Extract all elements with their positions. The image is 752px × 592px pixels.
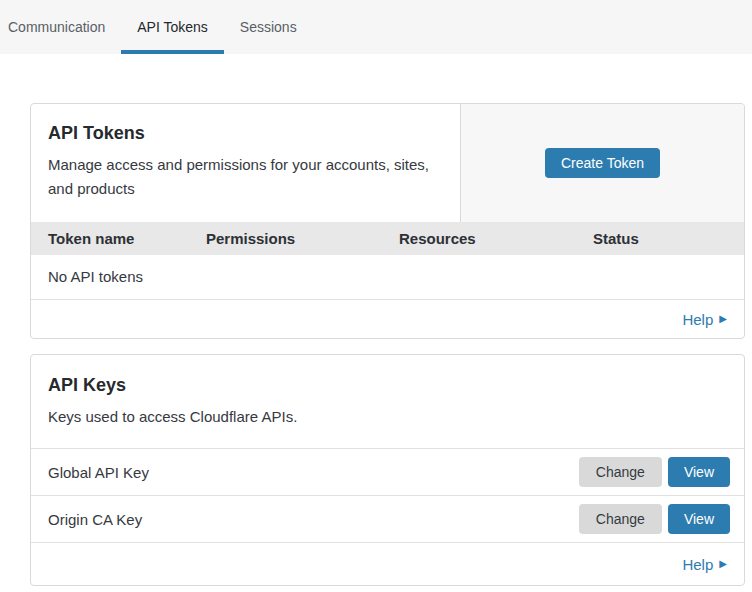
tokens-help-row: Help ▶ <box>31 299 744 338</box>
tab-api-tokens-label: API Tokens <box>137 19 208 35</box>
tab-sessions-label: Sessions <box>240 19 297 35</box>
tokens-table-header: Token name Permissions Resources Status <box>31 222 744 255</box>
tab-communication[interactable]: Communication <box>0 0 121 54</box>
create-token-button[interactable]: Create Token <box>545 148 660 178</box>
column-permissions: Permissions <box>206 230 399 247</box>
tab-sessions[interactable]: Sessions <box>224 0 313 54</box>
tab-bar: Communication API Tokens Sessions <box>0 0 752 54</box>
tokens-help-label: Help <box>682 311 713 328</box>
column-token-name: Token name <box>31 230 206 247</box>
api-tokens-description: Manage access and permissions for your a… <box>48 153 443 201</box>
api-keys-title: API Keys <box>48 375 727 396</box>
view-global-api-key-button[interactable]: View <box>668 457 730 487</box>
column-status: Status <box>593 230 744 247</box>
api-keys-description: Keys used to access Cloudflare APIs. <box>48 405 727 429</box>
keys-help-label: Help <box>682 556 713 573</box>
api-keys-card-header: API Keys Keys used to access Cloudflare … <box>31 355 744 448</box>
keys-help-row: Help ▶ <box>31 542 744 585</box>
tokens-empty-message: No API tokens <box>31 255 744 299</box>
change-global-api-key-button[interactable]: Change <box>579 457 662 487</box>
api-tokens-card-header: API Tokens Manage access and permissions… <box>31 104 744 222</box>
column-resources: Resources <box>399 230 593 247</box>
key-name-origin-ca: Origin CA Key <box>48 511 579 528</box>
api-keys-card: API Keys Keys used to access Cloudflare … <box>30 354 745 586</box>
keys-help-link[interactable]: Help ▶ <box>682 556 727 573</box>
tab-communication-label: Communication <box>8 19 105 35</box>
api-tokens-card-header-actions: Create Token <box>461 104 744 222</box>
key-name-global: Global API Key <box>48 464 579 481</box>
tokens-help-arrow-icon: ▶ <box>719 314 727 324</box>
api-tokens-title: API Tokens <box>48 123 443 144</box>
page-content: API Tokens Manage access and permissions… <box>0 54 752 586</box>
keys-help-arrow-icon: ▶ <box>719 559 727 569</box>
view-origin-ca-key-button[interactable]: View <box>668 504 730 534</box>
tokens-help-link[interactable]: Help ▶ <box>682 311 727 328</box>
key-row-global-api-key: Global API Key Change View <box>31 448 744 495</box>
key-row-origin-ca-key: Origin CA Key Change View <box>31 495 744 542</box>
change-origin-ca-key-button[interactable]: Change <box>579 504 662 534</box>
api-tokens-card: API Tokens Manage access and permissions… <box>30 103 745 339</box>
api-tokens-card-header-text: API Tokens Manage access and permissions… <box>31 104 461 222</box>
tab-api-tokens[interactable]: API Tokens <box>121 0 224 54</box>
